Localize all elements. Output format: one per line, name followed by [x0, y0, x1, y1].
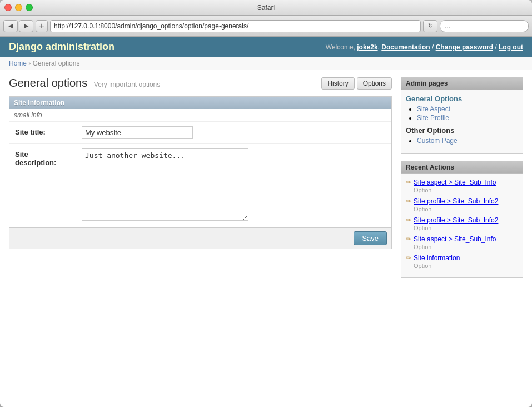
window-controls [4, 4, 33, 11]
page-title: General options [9, 77, 87, 89]
page-action-buttons: History Options [321, 77, 392, 90]
reload-button[interactable]: ↻ [423, 20, 437, 32]
edit-icon-3: ✏ [406, 216, 411, 224]
form-submit-bar: Save [9, 227, 391, 249]
breadcrumb-current: General options [33, 59, 80, 67]
admin-title: Django administration [9, 41, 115, 53]
site-title-input[interactable] [82, 126, 193, 139]
edit-icon-4: ✏ [406, 235, 411, 243]
recent-actions-content: ✏ Site aspect > Site_Sub_Info Option ✏ S… [401, 174, 523, 277]
admin-pages-content: General Options Site Aspect Site Profile… [401, 90, 523, 153]
page-subtitle: Very important options [94, 81, 160, 88]
recent-action-3-text: Site profile > Site_Sub_Info2 Option [414, 216, 498, 232]
breadcrumb: Home › General options [0, 57, 532, 70]
back-button[interactable]: ◀ [3, 20, 18, 32]
edit-icon-2: ✏ [406, 197, 411, 205]
recent-action-1-link[interactable]: Site aspect > Site_Sub_Info [414, 178, 496, 186]
maximize-button[interactable] [26, 4, 33, 11]
general-options-title: General Options [406, 95, 518, 103]
recent-action-4-link[interactable]: Site aspect > Site_Sub_Info [414, 235, 496, 243]
recent-action-3: ✏ Site profile > Site_Sub_Info2 Option [406, 216, 518, 232]
content-area: General options Very important options H… [0, 70, 532, 407]
log-out-link[interactable]: Log out [499, 43, 523, 51]
recent-action-4: ✏ Site aspect > Site_Sub_Info Option [406, 235, 518, 251]
sidebar: Admin pages General Options Site Aspect … [401, 77, 523, 400]
recent-action-2-link[interactable]: Site profile > Site_Sub_Info2 [414, 197, 498, 205]
site-aspect-link[interactable]: Site Aspect [417, 105, 450, 113]
browser-toolbar: ◀ ▶ + ↻ [0, 16, 532, 37]
welcome-text: Welcome, [326, 43, 355, 51]
form-container: Site Information small info Site title: … [9, 96, 392, 249]
recent-action-2-sub: Option [414, 206, 431, 212]
site-title-field [82, 126, 386, 139]
recent-action-1-sub: Option [414, 187, 431, 193]
edit-icon-5: ✏ [406, 254, 411, 262]
fieldset-title: Site Information [9, 97, 391, 109]
admin-pages-box: Admin pages General Options Site Aspect … [401, 77, 523, 154]
recent-action-3-link[interactable]: Site profile > Site_Sub_Info2 [414, 216, 498, 224]
field-description: small info [9, 109, 391, 122]
page-title-row: General options Very important options H… [9, 77, 392, 90]
recent-action-5-text: Site information Option [414, 254, 460, 270]
site-title-label: Site title: [15, 126, 82, 136]
search-input[interactable] [440, 20, 529, 32]
custom-page-link[interactable]: Custom Page [417, 137, 458, 145]
nav-buttons: ◀ ▶ [3, 20, 33, 32]
window-title: Safari [257, 4, 275, 12]
site-profile-link[interactable]: Site Profile [417, 114, 449, 122]
site-description-field: Just another website... [82, 148, 386, 222]
save-button[interactable]: Save [354, 231, 387, 245]
forward-button[interactable]: ▶ [19, 20, 33, 32]
list-item: Site Aspect [417, 105, 518, 113]
recent-actions-box: Recent Actions ✏ Site aspect > Site_Sub_… [401, 161, 523, 278]
url-input[interactable] [50, 20, 421, 32]
admin-pages-header: Admin pages [401, 77, 523, 90]
recent-action-4-text: Site aspect > Site_Sub_Info Option [414, 235, 496, 251]
browser-window: Safari ◀ ▶ + ↻ Django administration Wel… [0, 0, 532, 407]
page-title-group: General options Very important options [9, 77, 160, 90]
list-item: Site Profile [417, 114, 518, 122]
recent-action-5-link[interactable]: Site information [414, 254, 460, 262]
history-button[interactable]: History [321, 77, 354, 90]
titlebar: Safari [0, 0, 532, 16]
breadcrumb-home[interactable]: Home [9, 59, 27, 67]
recent-action-5-sub: Option [414, 262, 431, 269]
site-title-row: Site title: [9, 122, 391, 144]
username-link[interactable]: joke2k [357, 43, 377, 51]
edit-icon-1: ✏ [406, 178, 411, 186]
general-options-list: Site Aspect Site Profile [406, 105, 518, 122]
site-description-label: Sitedescription: [15, 148, 82, 167]
recent-action-2-text: Site profile > Site_Sub_Info2 Option [414, 197, 498, 213]
recent-actions-header: Recent Actions [401, 161, 523, 174]
recent-action-1: ✏ Site aspect > Site_Sub_Info Option [406, 178, 518, 194]
recent-action-4-sub: Option [414, 244, 431, 250]
site-description-textarea[interactable]: Just another website... [82, 148, 248, 221]
list-item: Custom Page [417, 137, 518, 145]
recent-action-2: ✏ Site profile > Site_Sub_Info2 Option [406, 197, 518, 213]
documentation-link[interactable]: Documentation [381, 43, 430, 51]
recent-action-5: ✏ Site information Option [406, 254, 518, 270]
admin-user-info: Welcome, joke2k. Documentation / Change … [326, 43, 523, 51]
minimize-button[interactable] [15, 4, 22, 11]
change-password-link[interactable]: Change password [436, 43, 493, 51]
new-tab-button[interactable]: + [36, 20, 48, 32]
admin-header: Django administration Welcome, joke2k. D… [0, 37, 532, 57]
site-description-row: Sitedescription: Just another website... [9, 144, 391, 227]
main-content: General options Very important options H… [9, 77, 392, 400]
general-options-link[interactable]: General Options [406, 95, 462, 103]
other-options-title: Other Options [406, 126, 518, 135]
options-button[interactable]: Options [357, 77, 392, 90]
recent-action-3-sub: Option [414, 225, 431, 231]
other-options-list: Custom Page [406, 137, 518, 145]
recent-action-1-text: Site aspect > Site_Sub_Info Option [414, 178, 496, 194]
close-button[interactable] [4, 4, 12, 11]
django-admin: Django administration Welcome, joke2k. D… [0, 37, 532, 407]
